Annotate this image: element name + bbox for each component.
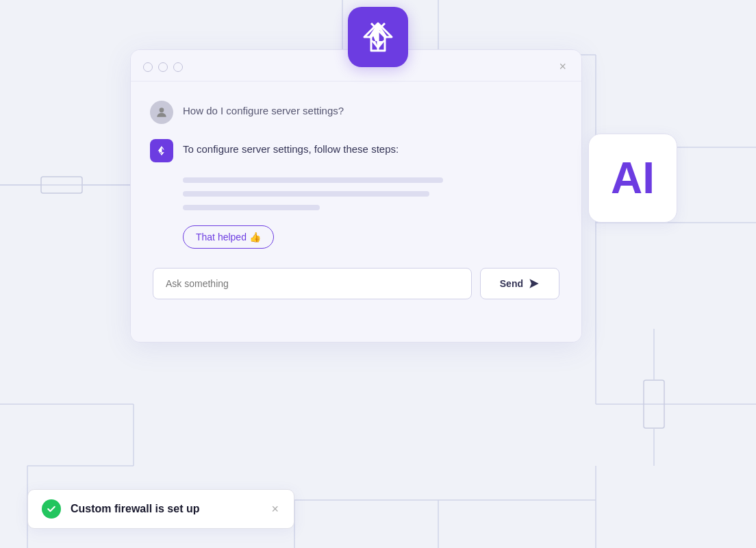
window-dot-2 [158,62,168,72]
feedback-row: That helped 👍 [183,225,562,249]
ai-badge-text: AI [611,156,655,200]
bot-logo-icon [155,144,168,158]
app-logo [348,7,408,67]
user-icon [155,105,168,119]
bot-message-text: To configure server settings, follow the… [183,139,399,155]
content-line-1 [183,177,443,183]
toast-close-button[interactable]: × [270,502,280,516]
ai-badge: AI [588,134,677,223]
svg-marker-29 [529,279,538,288]
chat-input[interactable] [153,268,472,299]
feedback-button[interactable]: That helped 👍 [183,225,274,249]
content-lines [183,177,562,210]
svg-point-28 [160,108,164,112]
content-line-3 [183,205,320,210]
bot-message-row: To configure server settings, follow the… [150,139,562,162]
chat-window: × How do I configure server settings? [130,49,582,342]
toast-message-text: Custom firewall is set up [71,503,260,515]
send-icon [529,278,540,289]
toast-check-icon [42,499,61,519]
bot-avatar [150,139,173,162]
chat-input-row: Send [150,268,562,302]
user-avatar [150,101,173,124]
send-button[interactable]: Send [480,268,559,299]
checkmark-icon [46,503,57,514]
content-wrapper: × How do I configure server settings? [0,0,756,548]
window-dot-3 [173,62,183,72]
window-dot-1 [143,62,153,72]
notification-toast: Custom firewall is set up × [27,489,294,529]
user-message-text: How do I configure server settings? [183,101,344,116]
chat-body: How do I configure server settings? To c… [131,82,581,342]
window-dots [143,62,183,72]
send-label: Send [500,278,523,289]
app-logo-icon [360,19,396,55]
window-close-button[interactable]: × [556,60,569,74]
content-line-2 [183,191,429,197]
user-message-row: How do I configure server settings? [150,101,562,124]
